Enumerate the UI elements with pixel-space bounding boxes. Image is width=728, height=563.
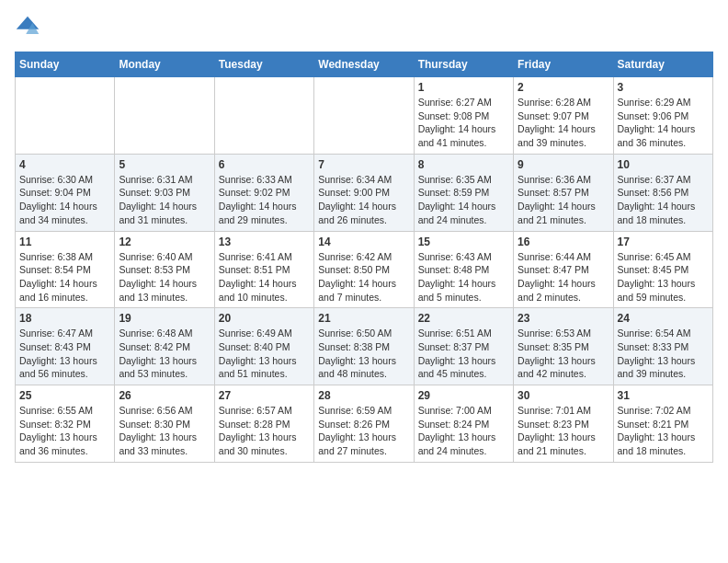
day-number: 5 [119,158,210,171]
day-number: 13 [219,236,310,248]
calendar-cell: 14Sunrise: 6:42 AM Sunset: 8:50 PM Dayli… [314,231,414,308]
day-info: Sunrise: 7:01 AM Sunset: 8:23 PM Dayligh… [518,404,609,458]
day-info: Sunrise: 6:47 AM Sunset: 8:43 PM Dayligh… [19,327,110,381]
calendar-cell: 10Sunrise: 6:37 AM Sunset: 8:56 PM Dayli… [613,154,712,231]
calendar-cell: 8Sunrise: 6:35 AM Sunset: 8:59 PM Daylig… [414,154,513,231]
day-number: 3 [618,81,709,94]
day-info: Sunrise: 6:43 AM Sunset: 8:48 PM Dayligh… [418,250,509,304]
day-number: 15 [418,236,509,248]
day-info: Sunrise: 6:44 AM Sunset: 8:47 PM Dayligh… [518,250,609,304]
calendar-cell: 1Sunrise: 6:27 AM Sunset: 9:08 PM Daylig… [414,77,513,155]
day-info: Sunrise: 6:30 AM Sunset: 9:04 PM Dayligh… [19,173,110,227]
calendar-cell: 18Sunrise: 6:47 AM Sunset: 8:43 PM Dayli… [16,308,115,385]
calendar-cell [314,77,414,155]
day-info: Sunrise: 6:54 AM Sunset: 8:33 PM Dayligh… [618,327,709,381]
day-info: Sunrise: 6:56 AM Sunset: 8:30 PM Dayligh… [119,404,210,458]
day-info: Sunrise: 6:49 AM Sunset: 8:40 PM Dayligh… [219,327,310,381]
day-number: 26 [119,389,210,402]
day-number: 23 [518,312,609,325]
calendar-cell: 7Sunrise: 6:34 AM Sunset: 9:00 PM Daylig… [314,154,414,231]
day-number: 8 [418,158,509,171]
day-info: Sunrise: 6:41 AM Sunset: 8:51 PM Dayligh… [219,250,310,304]
calendar-cell: 30Sunrise: 7:01 AM Sunset: 8:23 PM Dayli… [514,385,613,463]
logo [15,15,44,40]
day-info: Sunrise: 7:02 AM Sunset: 8:21 PM Dayligh… [618,404,709,458]
weekday-header-saturday: Saturday [613,52,712,77]
day-number: 28 [318,389,409,402]
day-info: Sunrise: 6:27 AM Sunset: 9:08 PM Dayligh… [418,96,509,150]
day-info: Sunrise: 6:36 AM Sunset: 8:57 PM Dayligh… [518,173,609,227]
logo-icon [15,15,40,40]
day-number: 10 [618,158,709,171]
calendar-cell: 23Sunrise: 6:53 AM Sunset: 8:35 PM Dayli… [514,308,613,385]
calendar-cell: 5Sunrise: 6:31 AM Sunset: 9:03 PM Daylig… [115,154,214,231]
calendar-cell: 22Sunrise: 6:51 AM Sunset: 8:37 PM Dayli… [414,308,513,385]
day-number: 1 [418,81,509,94]
day-number: 24 [618,312,709,325]
page-header [15,15,713,40]
day-number: 7 [318,158,409,171]
calendar-week-2: 4Sunrise: 6:30 AM Sunset: 9:04 PM Daylig… [16,154,713,231]
day-info: Sunrise: 7:00 AM Sunset: 8:24 PM Dayligh… [418,404,509,458]
calendar-cell: 27Sunrise: 6:57 AM Sunset: 8:28 PM Dayli… [214,385,313,463]
day-number: 27 [219,389,310,402]
day-number: 30 [518,389,609,402]
day-info: Sunrise: 6:45 AM Sunset: 8:45 PM Dayligh… [618,250,709,304]
day-number: 20 [219,312,310,325]
day-info: Sunrise: 6:50 AM Sunset: 8:38 PM Dayligh… [318,327,409,381]
weekday-header-sunday: Sunday [16,52,115,77]
day-number: 4 [19,158,110,171]
weekday-header-friday: Friday [514,52,613,77]
day-number: 18 [19,312,110,325]
day-number: 19 [119,312,210,325]
calendar-cell [115,77,214,155]
calendar-cell: 19Sunrise: 6:48 AM Sunset: 8:42 PM Dayli… [115,308,214,385]
calendar-cell: 28Sunrise: 6:59 AM Sunset: 8:26 PM Dayli… [314,385,414,463]
day-info: Sunrise: 6:51 AM Sunset: 8:37 PM Dayligh… [418,327,509,381]
day-number: 11 [19,236,110,248]
calendar-cell: 9Sunrise: 6:36 AM Sunset: 8:57 PM Daylig… [514,154,613,231]
calendar-cell: 24Sunrise: 6:54 AM Sunset: 8:33 PM Dayli… [613,308,712,385]
calendar-cell [214,77,313,155]
calendar-week-4: 18Sunrise: 6:47 AM Sunset: 8:43 PM Dayli… [16,308,713,385]
day-number: 12 [119,236,210,248]
day-info: Sunrise: 6:57 AM Sunset: 8:28 PM Dayligh… [219,404,310,458]
day-info: Sunrise: 6:38 AM Sunset: 8:54 PM Dayligh… [19,250,110,304]
calendar-cell: 26Sunrise: 6:56 AM Sunset: 8:30 PM Dayli… [115,385,214,463]
calendar-week-3: 11Sunrise: 6:38 AM Sunset: 8:54 PM Dayli… [16,231,713,308]
day-info: Sunrise: 6:53 AM Sunset: 8:35 PM Dayligh… [518,327,609,381]
calendar-cell [16,77,115,155]
day-info: Sunrise: 6:29 AM Sunset: 9:06 PM Dayligh… [618,96,709,150]
day-info: Sunrise: 6:48 AM Sunset: 8:42 PM Dayligh… [119,327,210,381]
calendar-cell: 3Sunrise: 6:29 AM Sunset: 9:06 PM Daylig… [613,77,712,155]
calendar-table: SundayMondayTuesdayWednesdayThursdayFrid… [15,52,713,463]
day-info: Sunrise: 6:59 AM Sunset: 8:26 PM Dayligh… [318,404,409,458]
day-info: Sunrise: 6:55 AM Sunset: 8:32 PM Dayligh… [19,404,110,458]
calendar-cell: 29Sunrise: 7:00 AM Sunset: 8:24 PM Dayli… [414,385,513,463]
day-info: Sunrise: 6:34 AM Sunset: 9:00 PM Dayligh… [318,173,409,227]
day-number: 9 [518,158,609,171]
calendar-cell: 25Sunrise: 6:55 AM Sunset: 8:32 PM Dayli… [16,385,115,463]
calendar-cell: 21Sunrise: 6:50 AM Sunset: 8:38 PM Dayli… [314,308,414,385]
calendar-week-5: 25Sunrise: 6:55 AM Sunset: 8:32 PM Dayli… [16,385,713,463]
day-number: 25 [19,389,110,402]
day-number: 29 [418,389,509,402]
day-info: Sunrise: 6:35 AM Sunset: 8:59 PM Dayligh… [418,173,509,227]
day-number: 6 [219,158,310,171]
day-number: 14 [318,236,409,248]
calendar-cell: 6Sunrise: 6:33 AM Sunset: 9:02 PM Daylig… [214,154,313,231]
calendar-cell: 15Sunrise: 6:43 AM Sunset: 8:48 PM Dayli… [414,231,513,308]
weekday-header-monday: Monday [115,52,214,77]
day-info: Sunrise: 6:42 AM Sunset: 8:50 PM Dayligh… [318,250,409,304]
day-number: 21 [318,312,409,325]
day-info: Sunrise: 6:31 AM Sunset: 9:03 PM Dayligh… [119,173,210,227]
weekday-header-wednesday: Wednesday [314,52,414,77]
day-number: 16 [518,236,609,248]
calendar-cell: 12Sunrise: 6:40 AM Sunset: 8:53 PM Dayli… [115,231,214,308]
calendar-cell: 16Sunrise: 6:44 AM Sunset: 8:47 PM Dayli… [514,231,613,308]
calendar-cell: 13Sunrise: 6:41 AM Sunset: 8:51 PM Dayli… [214,231,313,308]
day-number: 2 [518,81,609,94]
day-info: Sunrise: 6:28 AM Sunset: 9:07 PM Dayligh… [518,96,609,150]
svg-marker-0 [17,17,40,29]
calendar-cell: 31Sunrise: 7:02 AM Sunset: 8:21 PM Dayli… [613,385,712,463]
